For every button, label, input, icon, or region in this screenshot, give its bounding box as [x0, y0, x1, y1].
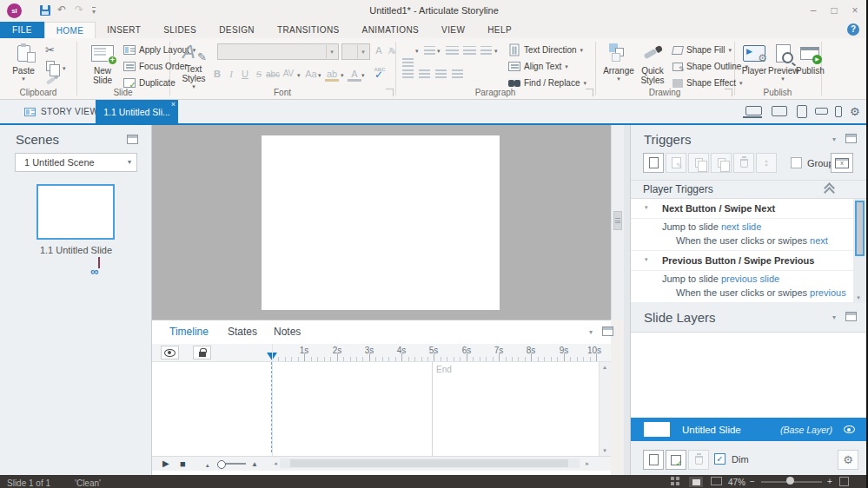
cut-icon[interactable]: ✂: [45, 43, 55, 56]
play-button[interactable]: ▶: [162, 458, 169, 469]
tab-story-view[interactable]: STORY VIEW: [17, 100, 105, 123]
scenes-collapse-icon[interactable]: [127, 135, 138, 144]
scene-selector[interactable]: 1 Untitled Scene ▾: [15, 153, 137, 172]
panel-splitter[interactable]: [624, 125, 630, 475]
edit-trigger-button[interactable]: ✎: [666, 153, 686, 173]
tab-states[interactable]: States: [228, 326, 257, 338]
timeline-horizontal-scrollbar[interactable]: [280, 458, 580, 468]
tab-slides[interactable]: SLIDES: [152, 22, 208, 38]
link-icon[interactable]: ∞: [90, 267, 98, 277]
numbering-button[interactable]: [424, 46, 435, 55]
reorder-trigger-button[interactable]: ▴▾: [756, 153, 777, 173]
align-text-button[interactable]: Align Text▾: [508, 62, 568, 71]
paste-button[interactable]: Paste ▾: [7, 42, 40, 82]
base-layer-row[interactable]: Untitled Slide (Base Layer): [631, 418, 868, 441]
preview-phone-landscape-icon[interactable]: [815, 108, 828, 115]
trigger-link[interactable]: previous: [810, 287, 846, 298]
new-slide-button[interactable]: + New Slide: [85, 42, 120, 85]
paste-trigger-button[interactable]: [711, 153, 732, 173]
duplicate-layer-button[interactable]: [666, 450, 686, 470]
timeline-ruler[interactable]: 1s 2s 3s 4s 5s 6s 7s 8s 9s 10s: [152, 344, 611, 362]
zoom-out-icon[interactable]: ▴: [206, 460, 209, 471]
preview-tablet-landscape-icon[interactable]: [772, 106, 787, 116]
trigger-action[interactable]: Jump to slide next slide: [631, 219, 854, 233]
tab-timeline[interactable]: Timeline: [169, 326, 209, 338]
tab-transitions[interactable]: TRANSITIONS: [266, 22, 351, 38]
copy-trigger-button[interactable]: [688, 153, 709, 173]
format-painter-icon[interactable]: [46, 79, 56, 82]
dim-checkbox[interactable]: ✓: [714, 453, 726, 465]
align-right-button[interactable]: [435, 69, 447, 78]
tab-file[interactable]: FILE: [0, 22, 44, 38]
font-color-button[interactable]: A: [348, 69, 361, 82]
fit-to-window-icon[interactable]: [839, 477, 849, 486]
slide-editor-canvas[interactable]: [152, 125, 611, 320]
delete-layer-button[interactable]: [688, 450, 709, 470]
trigger-action[interactable]: Jump to slide previous slide: [631, 271, 854, 285]
layers-collapse-icon[interactable]: [845, 312, 857, 321]
scroll-up-icon[interactable]: ▴: [600, 362, 610, 373]
new-layer-button[interactable]: [643, 450, 664, 470]
tab-home[interactable]: HOME: [44, 22, 96, 38]
font-dialog-launcher-icon[interactable]: [386, 89, 394, 96]
highlight-color-button[interactable]: ab: [325, 69, 339, 82]
slide-thumbnail[interactable]: [36, 184, 115, 240]
change-case-button[interactable]: Aa: [304, 69, 318, 79]
preview-laptop-icon[interactable]: [745, 106, 762, 115]
trigger-condition[interactable]: When the user clicks or swipes next: [631, 233, 854, 251]
collapse-all-icon[interactable]: [825, 184, 833, 194]
justify-button[interactable]: [452, 69, 463, 78]
triggers-scrollbar[interactable]: ▾: [853, 199, 866, 303]
layer-list[interactable]: [631, 332, 868, 418]
timeline-vertical-scrollbar[interactable]: ▴ ▾: [599, 362, 611, 456]
shape-outline-button[interactable]: ✎ Shape Outline▾: [673, 62, 748, 71]
triggers-collapse-icon[interactable]: [845, 134, 857, 143]
tab-design[interactable]: DESIGN: [208, 22, 266, 38]
font-name-select[interactable]: ▾: [217, 43, 339, 60]
tab-view[interactable]: VIEW: [430, 22, 476, 38]
layer-settings-gear-icon[interactable]: ⚙: [838, 450, 858, 470]
line-spacing-button[interactable]: [480, 46, 492, 55]
paragraph-dialog-launcher-icon[interactable]: [586, 89, 593, 96]
decrease-indent-button[interactable]: [446, 46, 459, 55]
timeline-zoom-slider[interactable]: [220, 463, 246, 465]
timeline-menu-caret-icon[interactable]: ▾: [589, 328, 593, 336]
triggers-menu-caret-icon[interactable]: ▾: [832, 135, 836, 143]
align-center-button[interactable]: [419, 69, 430, 78]
preview-settings-gear-icon[interactable]: ⚙: [850, 106, 860, 117]
align-left-button[interactable]: [402, 69, 414, 78]
scroll-right-icon[interactable]: ▸: [582, 458, 593, 469]
layers-menu-caret-icon[interactable]: ▾: [832, 313, 836, 321]
canvas-scrollbar-thumb[interactable]: [613, 211, 622, 230]
delete-trigger-button[interactable]: [733, 153, 754, 173]
zoom-out-icon[interactable]: −: [750, 477, 755, 486]
character-spacing-button[interactable]: AV: [282, 69, 295, 78]
find-replace-button[interactable]: Find / Replace▾: [508, 78, 586, 88]
publish-button[interactable]: Publish: [796, 42, 824, 76]
increase-indent-button[interactable]: [463, 46, 476, 55]
copy-caret-icon[interactable]: ▾: [63, 65, 66, 72]
lock-button[interactable]: [193, 346, 211, 359]
layer-visibility-eye-icon[interactable]: [844, 425, 855, 433]
trigger-link[interactable]: next: [810, 235, 828, 246]
shape-fill-button[interactable]: Shape Fill▾: [673, 45, 732, 55]
copy-icon[interactable]: [46, 61, 55, 71]
status-story-view-icon[interactable]: [671, 477, 679, 485]
help-icon[interactable]: ?: [847, 23, 859, 36]
trigger-group-next[interactable]: ▾ Next Button / Swipe Next: [631, 199, 854, 219]
preview-tablet-portrait-icon[interactable]: [797, 105, 807, 118]
stop-button[interactable]: ■: [180, 458, 186, 469]
tab-animations[interactable]: ANIMATIONS: [351, 22, 430, 38]
text-styles-button[interactable]: A✎ Text Styles ▾: [174, 42, 214, 89]
group-checkbox[interactable]: [791, 157, 802, 168]
maximize-button[interactable]: □: [825, 3, 844, 18]
drawing-dialog-launcher-icon[interactable]: [725, 89, 732, 96]
zoom-in-icon[interactable]: ▲: [251, 459, 258, 470]
tab-notes[interactable]: Notes: [274, 326, 301, 338]
arrange-button[interactable]: Arrange ▾: [601, 42, 636, 82]
preview-button[interactable]: Preview ▾: [768, 42, 798, 82]
variables-button[interactable]: x: [831, 153, 853, 173]
preview-phone-portrait-icon[interactable]: [835, 106, 842, 117]
scroll-down-icon[interactable]: ▾: [853, 293, 864, 303]
bullets-button[interactable]: [402, 58, 414, 67]
